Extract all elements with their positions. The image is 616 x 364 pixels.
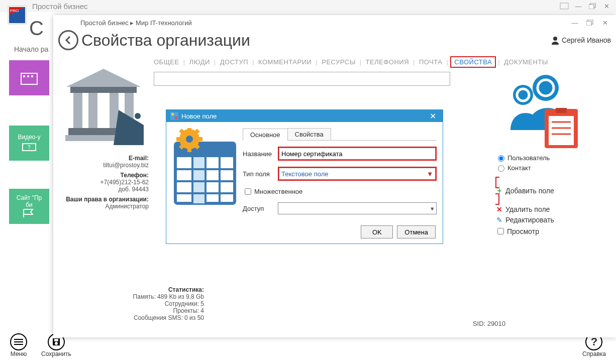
svg-point-38 [135, 113, 141, 119]
institution-icon [58, 60, 149, 150]
access-label: Доступ [243, 205, 278, 212]
window-topbar: Простой бизнес ▸ Мир IT-технологий — ✕ [53, 15, 616, 30]
svg-rect-27 [586, 21, 591, 26]
svg-rect-10 [31, 75, 33, 77]
stats-block: Статистика: Память: 489 Kb из 9,8 Gb Сот… [114, 286, 204, 321]
svg-point-25 [55, 342, 58, 345]
cancel-button[interactable]: Отмена [397, 225, 436, 238]
hamburger-icon [14, 338, 23, 345]
edit-action[interactable]: ✎ Редактировать [495, 216, 606, 224]
window-maximize-icon[interactable] [584, 17, 596, 29]
titlebar-close-icon[interactable]: ✕ [601, 2, 612, 11]
tab-documents[interactable]: ДОКУМЕНТЫ [504, 58, 548, 66]
plus-icon: ＋ [495, 186, 503, 195]
svg-line-74 [194, 130, 198, 134]
dialog-title: Новое поле [181, 112, 217, 120]
table-with-gear-icon [172, 128, 238, 208]
phone-value2: доб. 94443 [58, 186, 149, 193]
svg-rect-32 [88, 93, 97, 128]
add-field-action[interactable]: ＋ Добавить поле [495, 177, 606, 205]
chevron-down-icon: ▾ [431, 205, 434, 212]
field-type-select[interactable]: Текстовое поле ▼ [279, 168, 436, 180]
view-checkbox[interactable]: Просмотр [495, 226, 606, 236]
dialog-tabs: Основное Свойства [243, 128, 437, 141]
svg-text:?: ? [28, 145, 31, 150]
bg-start-label: Начало ра [14, 45, 48, 53]
right-panel: Пользователь Контакт ＋ Добавить поле ✕ У… [495, 70, 606, 238]
current-user[interactable]: Сергей Иванов [551, 36, 611, 45]
tab-comments[interactable]: КОММЕНТАРИИ [258, 58, 312, 66]
breadcrumb: Простой бизнес ▸ Мир IT-технологий [80, 19, 192, 27]
titlebar-minimize-icon[interactable]: — [573, 2, 584, 11]
svg-rect-48 [549, 116, 574, 145]
people-with-clipboard-icon [495, 70, 581, 150]
back-button[interactable] [58, 30, 78, 50]
phone-value1: +7(495)212-15-62 [58, 179, 149, 186]
org-name-input[interactable] [154, 72, 450, 86]
svg-rect-8 [23, 75, 25, 77]
field-name-label: Название [243, 150, 278, 158]
tab-people[interactable]: ЛЮДИ [189, 58, 210, 66]
org-info-panel: E-mail: tiltui@prostoy.biz Телефон: +7(4… [53, 70, 154, 238]
phone-label: Телефон: [58, 172, 149, 179]
bg-tile-org[interactable] [9, 60, 49, 95]
svg-rect-31 [73, 93, 82, 128]
svg-point-28 [553, 37, 557, 41]
app-title: Простой бизнес [32, 2, 88, 11]
email-value: tiltui@prostoy.biz [58, 162, 149, 169]
svg-rect-54 [175, 113, 177, 115]
radio-contact[interactable]: Контакт [495, 164, 606, 172]
dialog-tab-main[interactable]: Основное [243, 129, 288, 141]
dialog-tab-props[interactable]: Свойства [287, 128, 331, 140]
sid-label: SID: 29010 [473, 320, 505, 327]
titlebar-maximize-icon[interactable] [587, 2, 598, 11]
new-field-dialog: Новое поле ✕ [166, 109, 443, 244]
window-close-icon[interactable]: ✕ [599, 17, 611, 29]
svg-rect-53 [171, 113, 174, 115]
field-name-input[interactable] [279, 148, 436, 160]
access-select[interactable]: ▾ [278, 202, 437, 214]
bg-tile-site[interactable]: Сайт "Пр би [9, 189, 49, 224]
svg-point-75 [186, 136, 193, 143]
save-icon [52, 337, 61, 346]
monitor-icon: ? [22, 143, 37, 153]
tab-telephony[interactable]: ТЕЛЕФОНИЯ [366, 58, 409, 66]
menu-button[interactable]: Меню [10, 333, 27, 357]
building-icon [20, 70, 38, 85]
bg-letter: С [29, 17, 44, 40]
ok-button[interactable]: OK [361, 225, 393, 238]
svg-rect-6 [589, 5, 594, 9]
bg-tile-video-lessons[interactable]: Видео-у ? [9, 126, 49, 161]
rights-label: Ваши права в организации: [58, 196, 149, 203]
chevron-down-icon: ▼ [427, 170, 433, 178]
pencil-icon: ✎ [495, 216, 503, 224]
tab-properties[interactable]: СВОЙСТВА [450, 56, 496, 68]
tab-general[interactable]: ОБЩЕЕ [154, 58, 179, 66]
window-minimize-icon[interactable]: — [569, 17, 581, 29]
dialog-footer: OK Отмена [166, 220, 443, 244]
dialog-icon [170, 112, 178, 120]
multiple-checkbox[interactable]: Множественное [243, 187, 437, 196]
svg-rect-55 [171, 116, 174, 119]
arrow-left-icon [63, 35, 74, 46]
email-label: E-mail: [58, 155, 149, 162]
app-titlebar: PRO Простой бизнес — ✕ [0, 0, 616, 12]
svg-rect-4 [560, 3, 568, 9]
titlebar-box-icon[interactable] [559, 2, 570, 11]
svg-rect-9 [27, 75, 29, 77]
page-title: Свойства организации [81, 31, 250, 50]
svg-line-71 [180, 130, 184, 134]
svg-rect-56 [175, 116, 177, 119]
tab-mail[interactable]: ПОЧТА [419, 58, 443, 66]
x-icon: ✕ [495, 205, 503, 213]
dialog-titlebar[interactable]: Новое поле ✕ [166, 110, 443, 122]
dialog-close-icon[interactable]: ✕ [427, 111, 439, 121]
svg-text:PRO: PRO [10, 9, 19, 13]
radio-user[interactable]: Пользователь [495, 154, 606, 162]
tab-resources[interactable]: РЕСУРСЫ [322, 58, 355, 66]
tab-access[interactable]: ДОСТУП [220, 58, 248, 66]
svg-marker-29 [66, 69, 141, 87]
svg-rect-30 [70, 87, 137, 93]
delete-field-action[interactable]: ✕ Удалить поле [495, 205, 606, 213]
svg-rect-49 [556, 108, 567, 113]
